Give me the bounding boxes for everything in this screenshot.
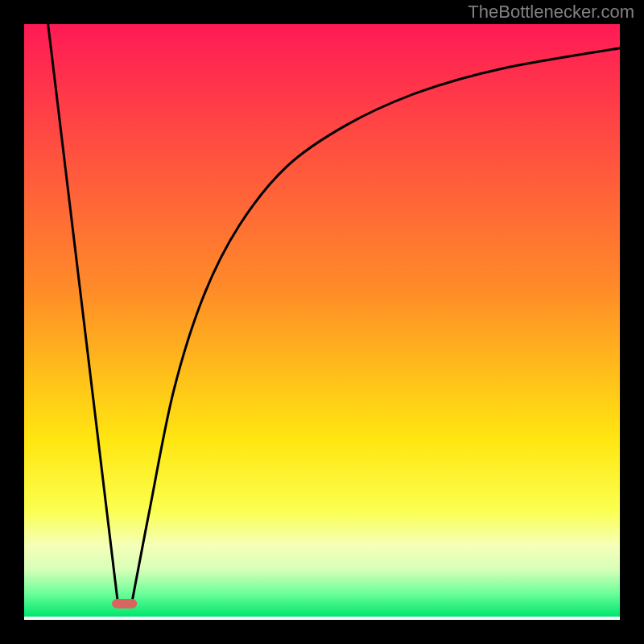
- chart-svg: [0, 0, 644, 644]
- plot-background: [24, 24, 621, 617]
- minimum-marker: [112, 599, 137, 609]
- watermark-text: TheBottlenecker.com: [468, 2, 634, 23]
